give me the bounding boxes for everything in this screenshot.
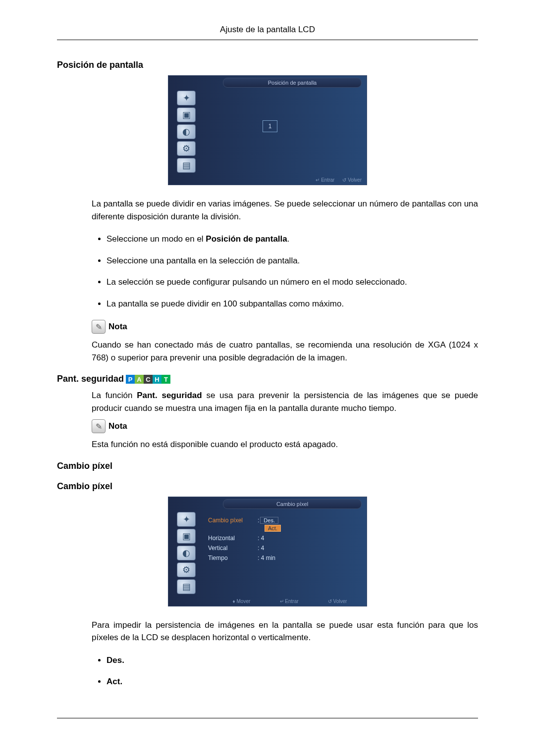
section3-intro: Para impedir la persistencia de imágenes… <box>92 619 478 644</box>
osd-menu-rows: Cambio píxel : Des. Act. Horizontal : 4 … <box>208 517 281 564</box>
heading-posicion-de-pantalla: Posición de pantalla <box>57 60 478 70</box>
note-block-1: ✎ Nota <box>92 320 478 334</box>
osd-screenshot-cambio-pixel: Cambio píxel ✦ ▣ ◐ ⚙ ▤ Cambio píxel : De… <box>57 497 478 606</box>
osd-panel: Cambio píxel ✦ ▣ ◐ ⚙ ▤ Cambio píxel : De… <box>168 497 367 606</box>
document-page: Ajuste de la pantalla LCD Posición de pa… <box>0 0 535 748</box>
osd-footer: ♦ Mover ↵ Entrar ↺ Volver <box>218 599 362 604</box>
badge-c: C <box>144 375 153 384</box>
osd-footer-entrar: ↵ Entrar <box>280 599 299 604</box>
osd-footer-volver: ↺ Volver <box>328 599 347 604</box>
osd-selected-value: 1 <box>263 120 277 132</box>
osd-sidebar-icon-5: ▤ <box>177 158 196 173</box>
osd-footer-entrar: ↵ Entrar <box>316 177 334 183</box>
osd-sidebar-icon-3: ◐ <box>177 124 196 139</box>
osd-sidebar-icon-3: ◐ <box>177 546 196 560</box>
osd-title: Cambio píxel <box>223 499 362 509</box>
note-text-2: Esta función no está disponible cuando e… <box>92 438 478 451</box>
bullet-2: Seleccione una pantalla en la selección … <box>107 254 478 267</box>
pacht-badges: P A C H T <box>126 375 170 384</box>
osd-panel: Posición de pantalla ✦ ▣ ◐ ⚙ ▤ 1 ↵ Entra… <box>168 75 367 185</box>
osd-footer: ↵ Entrar ↺ Volver <box>218 177 362 183</box>
page-header: Ajuste de la pantalla LCD <box>57 25 478 40</box>
note-icon: ✎ <box>92 320 106 334</box>
osd-title: Posición de pantalla <box>223 78 362 88</box>
osd-sidebar-icon-2: ▣ <box>177 529 196 544</box>
section2-intro: La función Pant. seguridad se usa para p… <box>92 389 478 414</box>
osd-sidebar-icon-4: ⚙ <box>177 141 196 156</box>
osd-sidebar-icon-1: ✦ <box>177 91 196 105</box>
osd-row-vertical: Vertical : 4 <box>208 545 281 552</box>
osd-sidebar: ✦ ▣ ◐ ⚙ ▤ <box>171 510 201 596</box>
note-text-1: Cuando se han conectado más de cuatro pa… <box>92 339 478 364</box>
osd-option-act: Act. <box>265 525 281 532</box>
bullet-3: La selección se puede configurar pulsand… <box>107 276 478 289</box>
section3-bullets: Des. Act. <box>92 654 478 688</box>
osd-screenshot-posicion: Posición de pantalla ✦ ▣ ◐ ⚙ ▤ 1 ↵ Entra… <box>57 75 478 185</box>
osd-row-horizontal: Horizontal : 4 <box>208 535 281 542</box>
badge-p: P <box>126 375 135 384</box>
osd-footer-mover: ♦ Mover <box>233 599 251 604</box>
section1-bullets: Seleccione un modo en el Posición de pan… <box>92 233 478 310</box>
badge-a: A <box>135 375 144 384</box>
note-block-2: ✎ Nota <box>92 419 478 433</box>
heading-pant-seguridad: Pant. seguridad P A C H T <box>57 374 478 384</box>
badge-h: H <box>153 375 161 384</box>
osd-row-cambio-pixel: Cambio píxel : Des. <box>208 517 281 524</box>
badge-t: T <box>161 375 170 384</box>
footer-rule <box>57 718 478 718</box>
bullet-4: La pantalla se puede dividir en 100 subp… <box>107 298 478 310</box>
bullet-act: Act. <box>107 675 478 688</box>
osd-sidebar-icon-2: ▣ <box>177 107 196 122</box>
note-label: Nota <box>108 322 127 332</box>
note-icon: ✎ <box>92 419 106 433</box>
section1-intro: La pantalla se puede dividir en varias i… <box>92 198 478 223</box>
osd-sidebar: ✦ ▣ ◐ ⚙ ▤ <box>171 89 201 175</box>
osd-row-act: Act. <box>258 525 281 532</box>
osd-sidebar-icon-4: ⚙ <box>177 562 196 577</box>
osd-sidebar-icon-1: ✦ <box>177 512 196 527</box>
osd-row-tiempo: Tiempo : 4 min <box>208 554 281 561</box>
heading-cambio-pixel-2: Cambio píxel <box>57 481 478 492</box>
note-label: Nota <box>108 421 127 431</box>
heading-cambio-pixel-1: Cambio píxel <box>57 461 478 471</box>
osd-footer-volver: ↺ Volver <box>342 177 362 183</box>
osd-option-des: Des. <box>260 517 278 524</box>
osd-sidebar-icon-5: ▤ <box>177 579 196 594</box>
bullet-des: Des. <box>107 654 478 667</box>
bullet-1: Seleccione un modo en el Posición de pan… <box>107 233 478 246</box>
